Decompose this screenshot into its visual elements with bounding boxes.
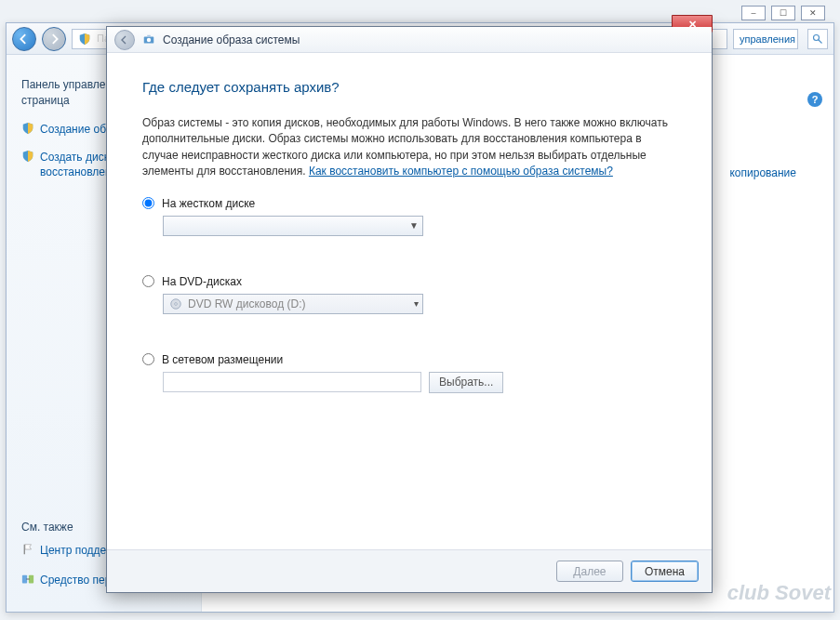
option-dvd-label: На DVD-дисках	[162, 275, 242, 288]
dvd-select[interactable]: DVD RW дисковод (D:) ▾	[163, 294, 423, 314]
help-icon[interactable]: ?	[807, 92, 822, 107]
minimize-button[interactable]: –	[741, 6, 766, 20]
radio-hdd[interactable]	[142, 197, 154, 209]
svg-line-1	[819, 39, 822, 43]
cancel-button[interactable]: Отмена	[631, 561, 699, 582]
shield-icon	[78, 33, 91, 46]
disc-icon	[169, 297, 182, 310]
wizard-titlebar: Создание образа системы	[107, 27, 712, 53]
control-label: управления	[733, 29, 798, 49]
maximize-button[interactable]: ☐	[771, 6, 795, 20]
wizard-title: Создание образа системы	[163, 33, 300, 46]
flag-icon	[21, 543, 34, 560]
forward-button[interactable]	[42, 27, 66, 51]
option-dvd: На DVD-дисках DVD RW дисковод (D:) ▾	[142, 275, 676, 314]
option-network: В сетевом размещении Выбрать...	[142, 353, 676, 393]
svg-point-0	[814, 34, 820, 40]
option-network-label: В сетевом размещении	[162, 353, 283, 366]
search-icon[interactable]	[807, 29, 828, 49]
svg-point-9	[175, 302, 178, 305]
shield-icon	[21, 122, 34, 135]
shield-icon	[21, 150, 34, 163]
radio-dvd[interactable]	[142, 275, 154, 287]
wizard-back-button[interactable]	[114, 30, 135, 50]
wizard-body: Где следует сохранять архив? Образ систе…	[116, 62, 702, 544]
system-image-icon	[142, 33, 155, 46]
svg-rect-7	[147, 34, 151, 36]
right-link[interactable]: копирование	[729, 166, 796, 179]
close-button[interactable]: ✕	[801, 6, 825, 20]
wizard-description: Образ системы - это копия дисков, необхо…	[142, 115, 676, 180]
next-button[interactable]: Далее	[556, 561, 623, 582]
wizard-footer: Далее Отмена	[107, 549, 712, 592]
wizard-heading: Где следует сохранять архив?	[142, 79, 676, 95]
radio-network[interactable]	[142, 353, 154, 365]
back-button[interactable]	[12, 27, 36, 51]
option-hdd-label: На жестком диске	[162, 197, 255, 210]
hdd-select[interactable]: ▼	[163, 216, 423, 236]
network-path-input[interactable]	[163, 372, 421, 392]
chevron-down-icon: ▾	[414, 298, 419, 309]
option-hdd: На жестком диске ▼	[142, 197, 676, 236]
transfer-icon	[21, 573, 34, 586]
dvd-select-value: DVD RW дисковод (D:)	[188, 297, 306, 310]
chevron-down-icon: ▼	[409, 220, 419, 231]
wizard-help-link[interactable]: Как восстановить компьютер с помощью обр…	[309, 165, 613, 178]
wizard-dialog: ✕ Создание образа системы Где следует со…	[106, 26, 713, 593]
browse-button[interactable]: Выбрать...	[429, 372, 503, 393]
svg-point-6	[147, 37, 151, 41]
